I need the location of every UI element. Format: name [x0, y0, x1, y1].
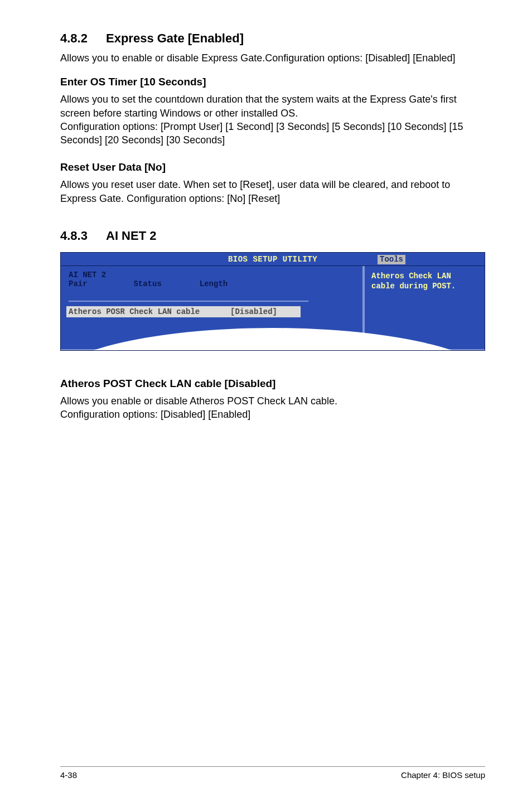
- sub-heading-reset-user-data: Reset User Data [No]: [60, 161, 485, 173]
- section-number: 4.8.2: [60, 31, 106, 46]
- bios-divider: [69, 301, 308, 302]
- bios-header-length: Length: [200, 279, 228, 288]
- bios-header-status: Status: [133, 279, 195, 288]
- sub-heading-atheros-post: Atheros POST Check LAN cable [Disabled]: [60, 378, 485, 390]
- page-footer: 4-38 Chapter 4: BIOS setup: [60, 766, 485, 780]
- sub-body-reset-user-data: Allows you reset user date. When set to …: [60, 178, 485, 205]
- bios-title-row: BIOS SETUP UTILITY Tools: [61, 253, 485, 266]
- bios-header-pair: Pair: [69, 279, 129, 288]
- sub-body-atheros-post: Allows you enable or disable Atheros POS…: [60, 394, 485, 422]
- section-heading-482: 4.8.2 Express Gate [Enabled]: [60, 31, 485, 46]
- bios-column-headers: AI NET 2 Pair Status Length: [69, 270, 356, 288]
- sub-body-enter-os-timer: Allows you to set the countdown duration…: [60, 93, 485, 147]
- section-number: 4.8.3: [60, 229, 106, 243]
- footer-chapter: Chapter 4: BIOS setup: [401, 770, 485, 780]
- section-intro-text: Allows you to enable or disable Express …: [60, 51, 485, 65]
- section-title: AI NET 2: [106, 229, 156, 243]
- bios-setup-utility-panel: BIOS SETUP UTILITY Tools AI NET 2 Pair S…: [60, 252, 485, 351]
- sub-heading-enter-os-timer: Enter OS Timer [10 Seconds]: [60, 76, 485, 88]
- bios-header-ai-net-2: AI NET 2: [69, 270, 129, 279]
- section-title: Express Gate [Enabled]: [106, 31, 244, 46]
- footer-page-number: 4-38: [60, 770, 77, 780]
- bios-help-line-2: cable during POST.: [371, 282, 480, 292]
- bios-help-line-1: Atheros Check LAN: [371, 272, 480, 282]
- bios-selected-row[interactable]: Atheros POSR Check LAN cable [Disabled]: [66, 306, 301, 317]
- section-heading-483: 4.8.3 AI NET 2: [60, 229, 485, 243]
- bios-row-value: [Disabled]: [230, 307, 277, 316]
- bios-tab-tools[interactable]: Tools: [378, 255, 405, 264]
- bios-row-label: Atheros POSR Check LAN cable: [69, 307, 230, 316]
- bios-title: BIOS SETUP UTILITY: [228, 255, 317, 264]
